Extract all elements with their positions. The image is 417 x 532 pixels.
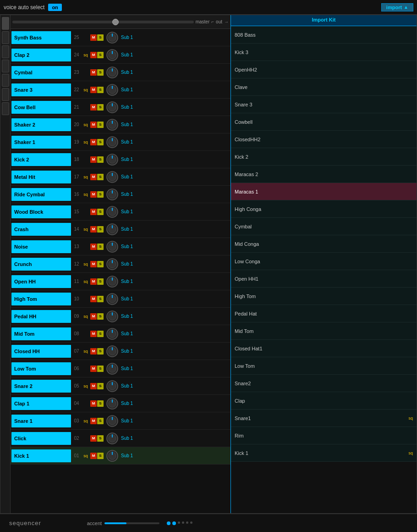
solo-button[interactable]: S <box>97 400 104 407</box>
channel-name[interactable]: Click <box>11 432 71 445</box>
mute-button[interactable]: M <box>90 244 97 250</box>
import-row[interactable]: Clap <box>231 392 417 410</box>
solo-button[interactable]: S <box>97 226 104 233</box>
side-tab-5[interactable] <box>2 74 9 87</box>
channel-row[interactable]: Clap 1 04 M S Sub 1 <box>11 395 230 412</box>
knob[interactable] <box>105 170 119 184</box>
knob[interactable] <box>105 222 119 236</box>
solo-button[interactable]: S <box>97 87 104 93</box>
side-tab-2[interactable] <box>2 31 9 44</box>
knob[interactable] <box>105 135 119 149</box>
channel-row[interactable]: Snare 1 03 sq M S Sub 1 <box>11 412 230 430</box>
knob[interactable] <box>105 100 119 114</box>
channel-name[interactable]: Shaker 1 <box>11 136 71 149</box>
knob[interactable] <box>105 414 119 428</box>
solo-button[interactable]: S <box>97 139 104 145</box>
channel-row[interactable]: Click 02 M S Sub 1 <box>11 430 230 447</box>
mute-button[interactable]: M <box>90 209 97 215</box>
mute-button[interactable]: M <box>90 69 97 76</box>
channel-row[interactable]: Cow Bell 21 M S Sub 1 <box>11 99 230 116</box>
mute-button[interactable]: M <box>90 313 97 320</box>
import-button[interactable]: import ▲ <box>381 3 413 11</box>
channel-name[interactable]: Snare 3 <box>11 83 71 96</box>
solo-button[interactable]: S <box>97 261 104 267</box>
channel-name[interactable]: Cow Bell <box>11 101 71 114</box>
channel-name[interactable]: Clap 1 <box>11 397 71 410</box>
import-row[interactable]: High Conga <box>231 200 417 218</box>
channel-row[interactable]: Closed HH 07 sq M S Sub 1 <box>11 343 230 360</box>
import-row[interactable]: Snare1 sq <box>231 410 417 427</box>
channel-name[interactable]: Metal Hit <box>11 171 71 183</box>
channel-name[interactable]: Closed HH <box>11 345 71 358</box>
knob[interactable] <box>105 118 119 132</box>
channel-row[interactable]: Wood Block 15 M S Sub 1 <box>11 203 230 221</box>
mute-button[interactable]: M <box>90 52 97 58</box>
channel-name[interactable]: Pedal HH <box>11 310 71 323</box>
import-row[interactable]: ClosedHH2 <box>231 131 417 148</box>
mute-button[interactable]: M <box>90 366 97 372</box>
side-tab-1[interactable] <box>2 17 9 30</box>
channel-name[interactable]: Clap 2 <box>11 49 71 61</box>
channel-row[interactable]: Low Tom 06 M S Sub 1 <box>11 360 230 377</box>
channel-row[interactable]: Metal Hit 17 sq M S Sub 1 <box>11 168 230 186</box>
channel-row[interactable]: Crash 14 sq M S Sub 1 <box>11 221 230 238</box>
mute-button[interactable]: M <box>90 418 97 424</box>
channel-row[interactable]: Mid Tom 08 M S Sub 1 <box>11 325 230 343</box>
mute-button[interactable]: M <box>90 87 97 93</box>
solo-button[interactable]: S <box>97 34 104 41</box>
channel-name[interactable]: Kick 2 <box>11 153 71 166</box>
knob[interactable] <box>105 379 119 393</box>
channel-name[interactable]: Shaker 2 <box>11 118 71 131</box>
import-row[interactable]: Mid Tom <box>231 322 417 340</box>
mute-button[interactable]: M <box>90 122 97 128</box>
import-row[interactable]: Cowbell <box>231 113 417 131</box>
channel-row[interactable]: Clap 2 24 sq M S Sub 1 <box>11 46 230 64</box>
solo-button[interactable]: S <box>97 348 104 355</box>
channel-row[interactable]: Cymbal 23 M S Sub 1 <box>11 64 230 81</box>
side-tab-3[interactable] <box>2 45 9 58</box>
channel-name[interactable]: Synth Bass <box>11 31 71 44</box>
knob[interactable] <box>105 344 119 358</box>
knob[interactable] <box>105 83 119 97</box>
knob[interactable] <box>105 292 119 306</box>
import-row[interactable]: Open HH1 <box>231 270 417 288</box>
solo-button[interactable]: S <box>97 331 104 337</box>
solo-button[interactable]: S <box>97 156 104 163</box>
import-row[interactable]: Low Conga <box>231 253 417 270</box>
mute-button[interactable]: M <box>90 261 97 267</box>
mute-button[interactable]: M <box>90 435 97 442</box>
mute-button[interactable]: M <box>90 34 97 41</box>
knob[interactable] <box>105 432 119 445</box>
import-row[interactable]: 808 Bass <box>231 26 417 44</box>
knob[interactable] <box>105 327 119 341</box>
mute-button[interactable]: M <box>90 383 97 389</box>
channel-row[interactable]: Ride Cymbal 16 sq M S Sub 1 <box>11 186 230 203</box>
channel-row[interactable]: Synth Bass 25 M S Sub 1 <box>11 29 230 46</box>
solo-button[interactable]: S <box>97 366 104 372</box>
import-row[interactable]: Pedal Hat <box>231 305 417 322</box>
channel-name[interactable]: Cymbal <box>11 66 71 79</box>
channel-name[interactable]: Open HH <box>11 275 71 288</box>
knob[interactable] <box>105 66 119 79</box>
import-row[interactable]: Kick 2 <box>231 148 417 166</box>
knob[interactable] <box>105 257 119 271</box>
import-row[interactable]: Clave <box>231 78 417 96</box>
knob[interactable] <box>105 310 119 323</box>
solo-button[interactable]: S <box>97 244 104 250</box>
solo-button[interactable]: S <box>97 418 104 424</box>
channel-row[interactable]: Pedal HH 09 sq M S Sub 1 <box>11 308 230 325</box>
import-row[interactable]: OpenHH2 <box>231 61 417 78</box>
master-slider[interactable] <box>12 21 194 23</box>
mute-button[interactable]: M <box>90 226 97 233</box>
channel-name[interactable]: Crunch <box>11 258 71 271</box>
knob[interactable] <box>105 31 119 44</box>
channel-row[interactable]: Snare 3 22 sq M S Sub 1 <box>11 81 230 99</box>
import-row[interactable]: Maracas 1 <box>231 183 417 200</box>
import-row[interactable]: Low Tom <box>231 357 417 375</box>
channel-name[interactable]: Wood Block <box>11 205 71 218</box>
import-row[interactable]: Mid Conga <box>231 235 417 253</box>
import-row[interactable]: Kick 1 sq <box>231 444 417 462</box>
knob[interactable] <box>105 153 119 166</box>
import-row[interactable]: High Tom <box>231 288 417 305</box>
solo-button[interactable]: S <box>97 435 104 442</box>
